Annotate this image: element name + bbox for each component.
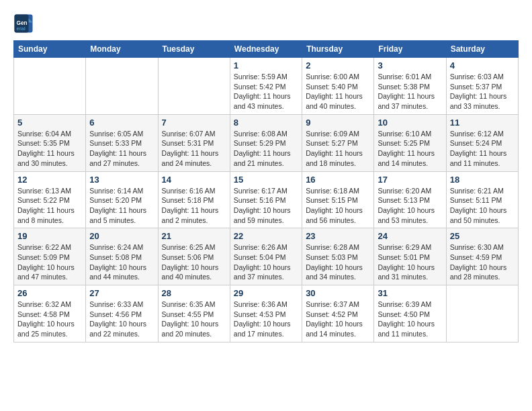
header-monday: Monday [86, 41, 158, 58]
day-info: Sunrise: 6:04 AMSunset: 5:35 PMDaylight:… [17, 129, 82, 169]
day-info: Sunrise: 6:10 AMSunset: 5:25 PMDaylight:… [378, 129, 442, 169]
day-info: Sunrise: 6:12 AMSunset: 5:24 PMDaylight:… [450, 129, 515, 169]
day-number: 28 [162, 288, 226, 298]
day-number: 19 [17, 231, 82, 241]
day-info: Sunrise: 6:01 AMSunset: 5:38 PMDaylight:… [378, 72, 442, 111]
calendar-cell: 5Sunrise: 6:04 AMSunset: 5:35 PMDaylight… [14, 114, 86, 171]
day-number: 1 [234, 60, 298, 71]
week-row-5: 26Sunrise: 6:32 AMSunset: 4:58 PMDayligh… [14, 285, 519, 342]
day-number: 13 [89, 175, 154, 185]
day-number: 15 [234, 175, 298, 185]
day-info: Sunrise: 6:33 AMSunset: 4:56 PMDaylight:… [89, 300, 154, 339]
svg-text:eral: eral [17, 26, 26, 32]
day-number: 3 [378, 60, 442, 71]
calendar-cell: 11Sunrise: 6:12 AMSunset: 5:24 PMDayligh… [446, 114, 518, 171]
week-row-3: 12Sunrise: 6:13 AMSunset: 5:22 PMDayligh… [14, 171, 519, 228]
day-number: 8 [234, 118, 298, 128]
calendar-header-row: SundayMondayTuesdayWednesdayThursdayFrid… [14, 41, 519, 58]
calendar-cell [158, 58, 230, 115]
day-number: 18 [450, 175, 515, 185]
day-info: Sunrise: 6:28 AMSunset: 5:03 PMDaylight:… [306, 242, 370, 282]
logo-icon: Gen eral [13, 13, 34, 34]
day-info: Sunrise: 6:35 AMSunset: 4:55 PMDaylight:… [162, 300, 226, 339]
day-number: 17 [378, 175, 442, 185]
calendar-cell [446, 285, 518, 342]
calendar-cell: 23Sunrise: 6:28 AMSunset: 5:03 PMDayligh… [302, 228, 374, 285]
day-number: 23 [306, 231, 370, 241]
calendar-cell: 30Sunrise: 6:37 AMSunset: 4:52 PMDayligh… [302, 285, 374, 342]
day-number: 27 [89, 288, 154, 298]
day-info: Sunrise: 6:09 AMSunset: 5:27 PMDaylight:… [306, 129, 370, 169]
header-thursday: Thursday [302, 41, 374, 58]
calendar-cell: 7Sunrise: 6:07 AMSunset: 5:31 PMDaylight… [158, 114, 230, 171]
calendar-cell: 31Sunrise: 6:39 AMSunset: 4:50 PMDayligh… [374, 285, 446, 342]
day-info: Sunrise: 6:30 AMSunset: 4:59 PMDaylight:… [450, 242, 515, 282]
day-number: 26 [17, 288, 82, 298]
day-info: Sunrise: 6:37 AMSunset: 4:52 PMDaylight:… [306, 300, 370, 339]
day-number: 4 [450, 60, 515, 71]
day-info: Sunrise: 6:26 AMSunset: 5:04 PMDaylight:… [234, 242, 298, 282]
day-number: 11 [450, 118, 515, 128]
page-header: Gen eral [13, 13, 519, 34]
calendar-cell: 21Sunrise: 6:25 AMSunset: 5:06 PMDayligh… [158, 228, 230, 285]
calendar-cell: 3Sunrise: 6:01 AMSunset: 5:38 PMDaylight… [374, 58, 446, 115]
day-number: 31 [378, 288, 442, 298]
day-info: Sunrise: 6:21 AMSunset: 5:11 PMDaylight:… [450, 186, 515, 226]
week-row-1: 1Sunrise: 5:59 AMSunset: 5:42 PMDaylight… [14, 58, 519, 115]
calendar-cell: 20Sunrise: 6:24 AMSunset: 5:08 PMDayligh… [86, 228, 158, 285]
day-info: Sunrise: 6:16 AMSunset: 5:18 PMDaylight:… [162, 186, 226, 226]
calendar-cell: 4Sunrise: 6:03 AMSunset: 5:37 PMDaylight… [446, 58, 518, 115]
day-info: Sunrise: 5:59 AMSunset: 5:42 PMDaylight:… [234, 72, 298, 111]
week-row-4: 19Sunrise: 6:22 AMSunset: 5:09 PMDayligh… [14, 228, 519, 285]
day-info: Sunrise: 6:20 AMSunset: 5:13 PMDaylight:… [378, 186, 442, 226]
day-info: Sunrise: 6:36 AMSunset: 4:53 PMDaylight:… [234, 300, 298, 339]
day-info: Sunrise: 6:18 AMSunset: 5:15 PMDaylight:… [306, 186, 370, 226]
header-tuesday: Tuesday [158, 41, 230, 58]
calendar-cell: 25Sunrise: 6:30 AMSunset: 4:59 PMDayligh… [446, 228, 518, 285]
day-info: Sunrise: 6:29 AMSunset: 5:01 PMDaylight:… [378, 242, 442, 282]
day-number: 29 [234, 288, 298, 298]
day-number: 2 [306, 60, 370, 71]
day-info: Sunrise: 6:14 AMSunset: 5:20 PMDaylight:… [89, 186, 154, 226]
week-row-2: 5Sunrise: 6:04 AMSunset: 5:35 PMDaylight… [14, 114, 519, 171]
day-info: Sunrise: 6:05 AMSunset: 5:33 PMDaylight:… [89, 129, 154, 169]
day-info: Sunrise: 6:13 AMSunset: 5:22 PMDaylight:… [17, 186, 82, 226]
calendar-cell: 16Sunrise: 6:18 AMSunset: 5:15 PMDayligh… [302, 171, 374, 228]
day-number: 24 [378, 231, 442, 241]
calendar-cell: 18Sunrise: 6:21 AMSunset: 5:11 PMDayligh… [446, 171, 518, 228]
day-number: 12 [17, 175, 82, 185]
day-info: Sunrise: 6:08 AMSunset: 5:29 PMDaylight:… [234, 129, 298, 169]
day-number: 10 [378, 118, 442, 128]
day-number: 9 [306, 118, 370, 128]
day-info: Sunrise: 6:17 AMSunset: 5:16 PMDaylight:… [234, 186, 298, 226]
logo: Gen eral [13, 13, 38, 34]
calendar-cell [86, 58, 158, 115]
calendar-cell: 1Sunrise: 5:59 AMSunset: 5:42 PMDaylight… [230, 58, 302, 115]
calendar-cell: 9Sunrise: 6:09 AMSunset: 5:27 PMDaylight… [302, 114, 374, 171]
calendar-cell: 22Sunrise: 6:26 AMSunset: 5:04 PMDayligh… [230, 228, 302, 285]
calendar-cell: 28Sunrise: 6:35 AMSunset: 4:55 PMDayligh… [158, 285, 230, 342]
calendar-cell: 12Sunrise: 6:13 AMSunset: 5:22 PMDayligh… [14, 171, 86, 228]
day-number: 22 [234, 231, 298, 241]
calendar-cell [14, 58, 86, 115]
day-number: 6 [89, 118, 154, 128]
calendar-cell: 15Sunrise: 6:17 AMSunset: 5:16 PMDayligh… [230, 171, 302, 228]
day-info: Sunrise: 6:39 AMSunset: 4:50 PMDaylight:… [378, 300, 442, 339]
day-number: 7 [162, 118, 226, 128]
header-saturday: Saturday [446, 41, 518, 58]
calendar-cell: 2Sunrise: 6:00 AMSunset: 5:40 PMDaylight… [302, 58, 374, 115]
header-sunday: Sunday [14, 41, 86, 58]
day-info: Sunrise: 6:00 AMSunset: 5:40 PMDaylight:… [306, 72, 370, 111]
calendar-cell: 17Sunrise: 6:20 AMSunset: 5:13 PMDayligh… [374, 171, 446, 228]
calendar-cell: 10Sunrise: 6:10 AMSunset: 5:25 PMDayligh… [374, 114, 446, 171]
day-number: 20 [89, 231, 154, 241]
calendar-cell: 27Sunrise: 6:33 AMSunset: 4:56 PMDayligh… [86, 285, 158, 342]
day-info: Sunrise: 6:25 AMSunset: 5:06 PMDaylight:… [162, 242, 226, 282]
calendar-cell: 29Sunrise: 6:36 AMSunset: 4:53 PMDayligh… [230, 285, 302, 342]
calendar-cell: 24Sunrise: 6:29 AMSunset: 5:01 PMDayligh… [374, 228, 446, 285]
day-number: 16 [306, 175, 370, 185]
header-friday: Friday [374, 41, 446, 58]
header-wednesday: Wednesday [230, 41, 302, 58]
calendar: SundayMondayTuesdayWednesdayThursdayFrid… [13, 40, 519, 342]
day-info: Sunrise: 6:03 AMSunset: 5:37 PMDaylight:… [450, 72, 515, 111]
